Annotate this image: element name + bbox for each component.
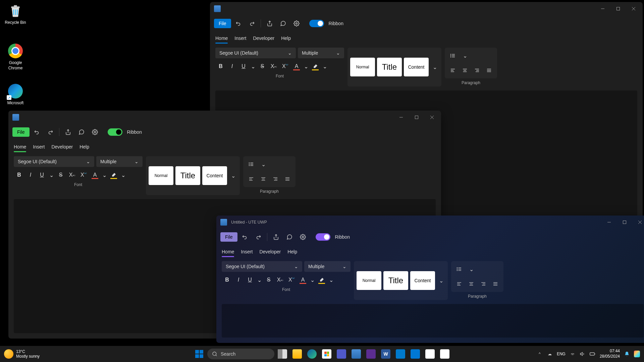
style-normal[interactable]: Normal xyxy=(350,58,375,76)
comment-icon[interactable] xyxy=(283,231,296,243)
style-normal[interactable]: Normal xyxy=(149,166,173,185)
superscript-button[interactable]: X⁽ⁿ⁾ xyxy=(280,61,290,72)
redo-icon[interactable] xyxy=(44,126,56,138)
settings-icon[interactable] xyxy=(297,231,309,243)
align-justify-button[interactable] xyxy=(484,65,494,76)
comment-icon[interactable] xyxy=(75,126,88,138)
undo-icon[interactable] xyxy=(239,231,251,243)
copilot-icon[interactable] xyxy=(634,351,640,357)
tray-overflow-icon[interactable]: ^ xyxy=(537,351,543,357)
taskbar-vscode[interactable] xyxy=(394,347,407,361)
underline-more-icon[interactable]: ⌄ xyxy=(48,170,55,180)
bullets-button[interactable] xyxy=(246,159,257,170)
highlight-button[interactable] xyxy=(310,61,321,72)
taskbar-explorer[interactable] xyxy=(290,347,304,361)
highlight-more-icon[interactable]: ⌄ xyxy=(321,61,328,72)
weather-widget[interactable]: 13°C Mostly sunny xyxy=(4,349,40,359)
ribbon-toggle[interactable] xyxy=(309,20,324,27)
font-name-dropdown[interactable]: Segoe UI (Default)⌄ xyxy=(222,261,302,272)
taskbar-teams[interactable] xyxy=(335,347,348,361)
bold-button[interactable]: B xyxy=(14,170,24,180)
underline-button[interactable]: U xyxy=(238,61,249,72)
share-icon[interactable] xyxy=(62,126,74,138)
highlight-more-icon[interactable]: ⌄ xyxy=(120,170,126,180)
strikethrough-button[interactable]: S xyxy=(257,61,268,72)
italic-button[interactable]: I xyxy=(233,275,244,285)
maximize-button[interactable] xyxy=(610,3,626,14)
font-size-dropdown[interactable]: Multiple⌄ xyxy=(304,261,351,272)
align-right-button[interactable] xyxy=(472,65,482,76)
align-center-button[interactable] xyxy=(460,65,470,76)
font-color-more-icon[interactable]: ⌄ xyxy=(303,61,309,72)
align-left-button[interactable] xyxy=(447,65,458,76)
font-size-dropdown[interactable]: Multiple⌄ xyxy=(298,48,344,58)
tab-developer[interactable]: Developer xyxy=(253,33,274,44)
style-title[interactable]: Title xyxy=(175,166,200,185)
taskbar-app[interactable] xyxy=(423,347,437,361)
bullets-more-icon[interactable]: ⌄ xyxy=(466,264,477,275)
wifi-icon[interactable] xyxy=(570,351,576,357)
style-content[interactable]: Content xyxy=(404,58,429,76)
language-indicator[interactable]: ENG xyxy=(557,352,566,356)
subscript-button[interactable]: X₍ₙ₎ xyxy=(275,275,285,285)
tab-home[interactable]: Home xyxy=(222,246,234,257)
taskbar-visual-studio[interactable] xyxy=(364,347,378,361)
close-button[interactable] xyxy=(626,3,641,14)
font-name-dropdown[interactable]: Segoe UI (Default)⌄ xyxy=(215,48,296,58)
tab-help[interactable]: Help xyxy=(79,141,89,152)
bullets-more-icon[interactable]: ⌄ xyxy=(460,50,470,61)
titlebar[interactable] xyxy=(8,111,441,124)
font-color-button[interactable]: A xyxy=(291,61,302,72)
tray-cloud-icon[interactable]: ☁ xyxy=(547,351,553,357)
tab-insert[interactable]: Insert xyxy=(33,141,45,152)
style-title[interactable]: Title xyxy=(377,58,402,76)
align-center-button[interactable] xyxy=(258,174,269,184)
font-size-dropdown[interactable]: Multiple⌄ xyxy=(96,156,143,167)
volume-icon[interactable] xyxy=(580,351,586,357)
tab-help[interactable]: Help xyxy=(281,33,291,44)
align-center-button[interactable] xyxy=(466,279,477,289)
strikethrough-button[interactable]: S xyxy=(55,170,66,180)
style-content[interactable]: Content xyxy=(202,166,227,185)
taskbar-task-view[interactable] xyxy=(276,347,289,361)
underline-more-icon[interactable]: ⌄ xyxy=(256,275,263,285)
redo-icon[interactable] xyxy=(252,231,264,243)
highlight-more-icon[interactable]: ⌄ xyxy=(328,275,334,285)
battery-icon[interactable] xyxy=(590,351,596,357)
taskbar-search[interactable]: Search xyxy=(207,349,274,359)
styles-expand-icon[interactable]: ⌄ xyxy=(431,58,439,76)
recycle-bin[interactable]: Recycle Bin xyxy=(3,3,28,25)
titlebar[interactable] xyxy=(210,2,643,15)
superscript-button[interactable]: X⁽ⁿ⁾ xyxy=(286,275,297,285)
notifications-icon[interactable] xyxy=(624,351,630,357)
font-name-dropdown[interactable]: Segoe UI (Default)⌄ xyxy=(14,156,94,167)
taskbar-app-active[interactable] xyxy=(350,347,363,361)
redo-icon[interactable] xyxy=(246,17,258,29)
subscript-button[interactable]: X₍ₙ₎ xyxy=(67,170,77,180)
align-right-button[interactable] xyxy=(270,174,281,184)
align-justify-button[interactable] xyxy=(490,279,501,289)
bullets-button[interactable] xyxy=(454,264,465,275)
subscript-button[interactable]: X₍ₙ₎ xyxy=(268,61,279,72)
clock[interactable]: 07:44 28/05/2024 xyxy=(600,349,620,359)
italic-button[interactable]: I xyxy=(25,170,36,180)
taskbar-app[interactable] xyxy=(438,347,451,361)
tab-developer[interactable]: Developer xyxy=(51,141,73,152)
titlebar[interactable]: Untitled - UTE UWP xyxy=(216,216,644,229)
bold-button[interactable]: B xyxy=(222,275,232,285)
file-button[interactable]: File xyxy=(220,232,237,242)
start-button[interactable] xyxy=(193,347,206,361)
align-left-button[interactable] xyxy=(246,174,257,184)
tab-developer[interactable]: Developer xyxy=(259,246,281,257)
taskbar-outlook[interactable] xyxy=(409,347,422,361)
taskbar-store[interactable] xyxy=(320,347,333,361)
maximize-button[interactable] xyxy=(409,112,424,123)
style-title[interactable]: Title xyxy=(383,271,408,290)
align-left-button[interactable] xyxy=(454,279,465,289)
bullets-button[interactable] xyxy=(447,50,458,61)
highlight-button[interactable] xyxy=(108,170,119,180)
tab-home[interactable]: Home xyxy=(14,141,26,152)
settings-icon[interactable] xyxy=(89,126,101,138)
highlight-button[interactable] xyxy=(316,275,327,285)
undo-icon[interactable] xyxy=(232,17,245,29)
